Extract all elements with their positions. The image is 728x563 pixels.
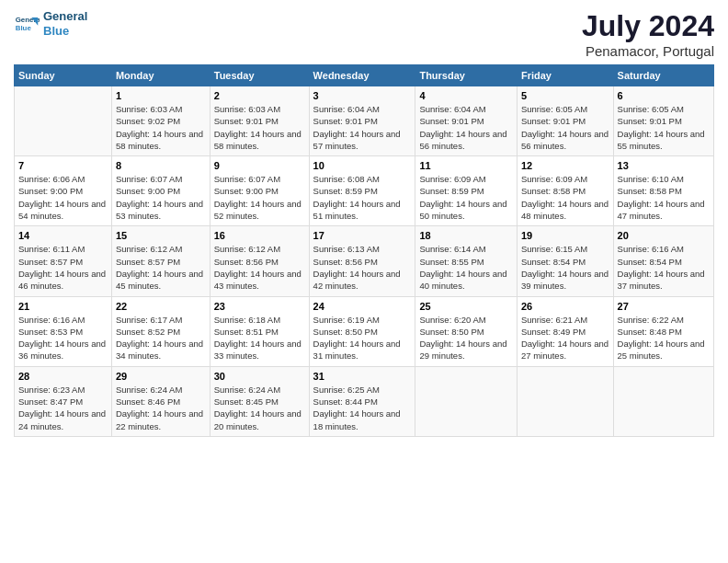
calendar-cell: 21Sunrise: 6:16 AMSunset: 8:53 PMDayligh… [15, 296, 112, 366]
day-info: Sunrise: 6:03 AMSunset: 9:01 PMDaylight:… [214, 103, 305, 152]
day-number: 29 [116, 371, 206, 382]
day-info: Sunrise: 6:08 AMSunset: 8:59 PMDaylight:… [313, 173, 412, 222]
day-info: Sunrise: 6:07 AMSunset: 9:00 PMDaylight:… [214, 173, 305, 222]
day-info: Sunrise: 6:05 AMSunset: 9:01 PMDaylight:… [521, 103, 609, 152]
calendar-cell: 3Sunrise: 6:04 AMSunset: 9:01 PMDaylight… [309, 86, 415, 156]
day-info: Sunrise: 6:14 AMSunset: 8:55 PMDaylight:… [419, 243, 513, 292]
day-number: 20 [618, 230, 710, 241]
week-row-1: 7Sunrise: 6:06 AMSunset: 9:00 PMDaylight… [15, 156, 714, 226]
calendar-cell: 7Sunrise: 6:06 AMSunset: 9:00 PMDaylight… [15, 156, 112, 226]
day-number: 30 [214, 371, 305, 382]
calendar-cell: 11Sunrise: 6:09 AMSunset: 8:59 PMDayligh… [415, 156, 518, 226]
calendar-cell: 8Sunrise: 6:07 AMSunset: 9:00 PMDaylight… [111, 156, 210, 226]
day-info: Sunrise: 6:03 AMSunset: 9:02 PMDaylight:… [116, 103, 206, 152]
day-number: 19 [521, 230, 609, 241]
day-info: Sunrise: 6:24 AMSunset: 8:46 PMDaylight:… [116, 384, 206, 432]
day-info: Sunrise: 6:15 AMSunset: 8:54 PMDaylight:… [521, 243, 609, 292]
calendar-cell: 9Sunrise: 6:07 AMSunset: 9:00 PMDaylight… [210, 156, 309, 226]
calendar-cell: 17Sunrise: 6:13 AMSunset: 8:56 PMDayligh… [309, 226, 415, 296]
header-row: SundayMondayTuesdayWednesdayThursdayFrid… [15, 65, 714, 86]
day-info: Sunrise: 6:23 AMSunset: 8:47 PMDaylight:… [18, 384, 108, 432]
calendar-cell: 15Sunrise: 6:12 AMSunset: 8:57 PMDayligh… [111, 226, 210, 296]
day-info: Sunrise: 6:16 AMSunset: 8:54 PMDaylight:… [618, 243, 710, 292]
calendar-table: SundayMondayTuesdayWednesdayThursdayFrid… [14, 64, 714, 437]
day-info: Sunrise: 6:16 AMSunset: 8:53 PMDaylight:… [18, 314, 108, 362]
day-number: 10 [313, 160, 412, 171]
day-number: 26 [521, 301, 609, 312]
calendar-cell: 1Sunrise: 6:03 AMSunset: 9:02 PMDaylight… [111, 86, 210, 156]
calendar-cell: 18Sunrise: 6:14 AMSunset: 8:55 PMDayligh… [415, 226, 518, 296]
calendar-cell: 10Sunrise: 6:08 AMSunset: 8:59 PMDayligh… [309, 156, 415, 226]
calendar-subtitle: Penamacor, Portugal [582, 43, 714, 59]
svg-text:Blue: Blue [16, 24, 32, 32]
logo-line2: Blue [43, 24, 87, 39]
day-number: 3 [313, 90, 412, 101]
calendar-cell: 2Sunrise: 6:03 AMSunset: 9:01 PMDaylight… [210, 86, 309, 156]
day-info: Sunrise: 6:07 AMSunset: 9:00 PMDaylight:… [116, 173, 206, 222]
calendar-cell: 19Sunrise: 6:15 AMSunset: 8:54 PMDayligh… [517, 226, 613, 296]
day-number: 11 [419, 160, 513, 171]
calendar-cell: 12Sunrise: 6:09 AMSunset: 8:58 PMDayligh… [517, 156, 613, 226]
day-info: Sunrise: 6:12 AMSunset: 8:57 PMDaylight:… [116, 243, 206, 292]
day-number: 9 [214, 160, 305, 171]
day-number: 28 [18, 371, 108, 382]
calendar-cell [15, 86, 112, 156]
day-number: 21 [18, 301, 108, 312]
day-number: 13 [618, 160, 710, 171]
header-friday: Friday [517, 65, 613, 86]
calendar-cell: 22Sunrise: 6:17 AMSunset: 8:52 PMDayligh… [111, 296, 210, 366]
header: General Blue General Blue July 2024 Pena… [14, 9, 714, 59]
calendar-page: General Blue General Blue July 2024 Pena… [0, 0, 728, 563]
calendar-cell: 13Sunrise: 6:10 AMSunset: 8:58 PMDayligh… [613, 156, 713, 226]
week-row-2: 14Sunrise: 6:11 AMSunset: 8:57 PMDayligh… [15, 226, 714, 296]
calendar-cell: 26Sunrise: 6:21 AMSunset: 8:49 PMDayligh… [517, 296, 613, 366]
day-number: 2 [214, 90, 305, 101]
day-info: Sunrise: 6:21 AMSunset: 8:49 PMDaylight:… [521, 314, 609, 362]
day-number: 18 [419, 230, 513, 241]
day-number: 14 [18, 230, 108, 241]
calendar-cell [613, 366, 713, 436]
day-number: 27 [618, 301, 710, 312]
day-number: 8 [116, 160, 206, 171]
day-number: 12 [521, 160, 609, 171]
logo-icon: General Blue [14, 11, 40, 37]
calendar-cell: 28Sunrise: 6:23 AMSunset: 8:47 PMDayligh… [15, 366, 112, 436]
calendar-cell: 20Sunrise: 6:16 AMSunset: 8:54 PMDayligh… [613, 226, 713, 296]
day-number: 6 [618, 90, 710, 101]
day-info: Sunrise: 6:22 AMSunset: 8:48 PMDaylight:… [618, 314, 710, 362]
header-saturday: Saturday [613, 65, 713, 86]
day-info: Sunrise: 6:19 AMSunset: 8:50 PMDaylight:… [313, 314, 412, 362]
week-row-4: 28Sunrise: 6:23 AMSunset: 8:47 PMDayligh… [15, 366, 714, 436]
day-number: 4 [419, 90, 513, 101]
day-info: Sunrise: 6:20 AMSunset: 8:50 PMDaylight:… [419, 314, 513, 362]
header-monday: Monday [111, 65, 210, 86]
week-row-3: 21Sunrise: 6:16 AMSunset: 8:53 PMDayligh… [15, 296, 714, 366]
calendar-cell: 14Sunrise: 6:11 AMSunset: 8:57 PMDayligh… [15, 226, 112, 296]
day-info: Sunrise: 6:06 AMSunset: 9:00 PMDaylight:… [18, 173, 108, 222]
day-info: Sunrise: 6:17 AMSunset: 8:52 PMDaylight:… [116, 314, 206, 362]
calendar-cell: 4Sunrise: 6:04 AMSunset: 9:01 PMDaylight… [415, 86, 518, 156]
day-info: Sunrise: 6:04 AMSunset: 9:01 PMDaylight:… [313, 103, 412, 152]
day-info: Sunrise: 6:10 AMSunset: 8:58 PMDaylight:… [618, 173, 710, 222]
day-number: 24 [313, 301, 412, 312]
week-row-0: 1Sunrise: 6:03 AMSunset: 9:02 PMDaylight… [15, 86, 714, 156]
day-info: Sunrise: 6:13 AMSunset: 8:56 PMDaylight:… [313, 243, 412, 292]
day-number: 15 [116, 230, 206, 241]
calendar-cell: 31Sunrise: 6:25 AMSunset: 8:44 PMDayligh… [309, 366, 415, 436]
calendar-cell [415, 366, 518, 436]
day-info: Sunrise: 6:25 AMSunset: 8:44 PMDaylight:… [313, 384, 412, 432]
calendar-cell: 6Sunrise: 6:05 AMSunset: 9:01 PMDaylight… [613, 86, 713, 156]
day-number: 17 [313, 230, 412, 241]
calendar-title: July 2024 [582, 9, 714, 43]
header-tuesday: Tuesday [210, 65, 309, 86]
day-number: 5 [521, 90, 609, 101]
calendar-cell: 27Sunrise: 6:22 AMSunset: 8:48 PMDayligh… [613, 296, 713, 366]
header-wednesday: Wednesday [309, 65, 415, 86]
day-number: 25 [419, 301, 513, 312]
day-number: 31 [313, 371, 412, 382]
day-number: 22 [116, 301, 206, 312]
title-area: July 2024 Penamacor, Portugal [582, 9, 714, 59]
logo-line1: General [43, 9, 87, 24]
calendar-cell: 24Sunrise: 6:19 AMSunset: 8:50 PMDayligh… [309, 296, 415, 366]
day-number: 23 [214, 301, 305, 312]
